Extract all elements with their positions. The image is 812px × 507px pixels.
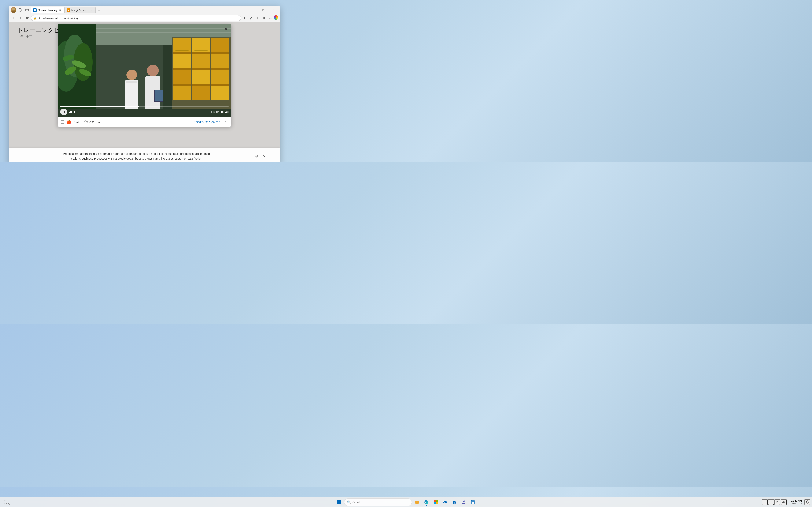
svg-point-9 xyxy=(270,18,271,18)
lock-icon: 🔒 xyxy=(33,17,36,20)
address-bar: 🔒 https://www.contoso.com/training xyxy=(9,14,280,22)
page-content: トレーニングビデオ 二千二十三 ✕ xyxy=(9,22,280,162)
extension-btn-2[interactable] xyxy=(24,7,30,13)
tab-margie-close[interactable]: ✕ xyxy=(90,8,93,12)
minimize-button[interactable]: − xyxy=(248,7,258,13)
svg-rect-32 xyxy=(211,54,229,68)
tab-actions-btn[interactable] xyxy=(255,15,260,21)
svg-text:C: C xyxy=(20,9,21,11)
svg-point-41 xyxy=(126,69,137,80)
title-bar: C C Contoso Training ✕ M xyxy=(9,6,280,14)
svg-rect-43 xyxy=(126,81,137,83)
extension-btn-1[interactable]: C xyxy=(17,7,23,13)
avatar[interactable] xyxy=(11,7,16,13)
read-aloud-btn[interactable] xyxy=(242,15,248,21)
url-text: https://www.contoso.com/training xyxy=(38,16,239,20)
play-pause-button[interactable] xyxy=(60,109,67,115)
video-container: 03:12 | 06:40 🍎 ベストプラクティス ビデオをダウンロード ✕ xyxy=(58,24,231,126)
browser-actions xyxy=(242,15,278,21)
edge-logo xyxy=(273,15,278,20)
video-frame[interactable]: 03:12 | 06:40 xyxy=(58,24,231,117)
svg-rect-36 xyxy=(173,86,191,100)
svg-rect-30 xyxy=(173,54,191,68)
svg-point-1 xyxy=(11,11,16,13)
svg-rect-34 xyxy=(192,69,210,84)
svg-rect-35 xyxy=(211,69,229,84)
maximize-button[interactable]: □ xyxy=(258,7,268,13)
notification-checkbox[interactable] xyxy=(61,120,64,124)
url-bar[interactable]: 🔒 https://www.contoso.com/training xyxy=(31,15,241,21)
notification-text: ベストプラクティス xyxy=(73,120,191,124)
svg-point-0 xyxy=(12,8,15,10)
svg-rect-33 xyxy=(173,69,191,84)
description-text: Process management is a systematic appro… xyxy=(21,152,252,161)
margie-favicon: M xyxy=(67,8,70,12)
description-panel: Process management is a systematic appro… xyxy=(9,148,280,162)
svg-rect-29 xyxy=(211,38,229,53)
svg-rect-48 xyxy=(155,90,163,101)
contoso-favicon: C xyxy=(33,8,37,12)
tabs-bar: C Contoso Training ✕ M Margie's Travel ✕… xyxy=(31,7,247,13)
svg-rect-7 xyxy=(257,17,258,18)
controls-row: 03:12 | 06:40 xyxy=(60,109,229,115)
notification-icon: 🍎 xyxy=(66,119,71,124)
volume-indicator xyxy=(69,111,74,113)
back-button[interactable] xyxy=(11,15,16,21)
tab-contoso-label: Contoso Training xyxy=(38,9,57,12)
video-modal: ✕ xyxy=(58,24,231,126)
window-controls: − □ ✕ xyxy=(248,7,278,13)
svg-rect-31 xyxy=(192,54,210,68)
new-tab-button[interactable]: + xyxy=(96,7,102,13)
notification-bar: 🍎 ベストプラクティス ビデオをダウンロード ✕ xyxy=(58,117,231,126)
svg-rect-4 xyxy=(26,9,29,11)
more-btn[interactable] xyxy=(267,15,273,21)
svg-point-10 xyxy=(271,18,271,18)
browser-window: C C Contoso Training ✕ M xyxy=(9,6,280,162)
favorites-btn[interactable] xyxy=(248,15,254,21)
time-display: 03:12 | 06:40 xyxy=(211,110,229,114)
panel-settings-button[interactable]: ⚙ xyxy=(254,153,260,159)
download-button[interactable]: ビデオをダウンロード xyxy=(194,120,221,124)
video-controls: 03:12 | 06:40 xyxy=(58,104,231,117)
svg-rect-50 xyxy=(63,111,63,113)
notification-close-button[interactable]: ✕ xyxy=(223,119,228,124)
tab-margie[interactable]: M Margie's Travel ✕ xyxy=(64,7,96,13)
svg-point-8 xyxy=(269,18,270,18)
refresh-button[interactable] xyxy=(24,15,30,21)
tab-contoso-close[interactable]: ✕ xyxy=(58,8,62,12)
tab-margie-label: Margie's Travel xyxy=(71,9,89,12)
svg-rect-51 xyxy=(64,111,65,113)
svg-point-44 xyxy=(147,65,159,76)
modal-close-button[interactable]: ✕ xyxy=(223,26,230,33)
close-button[interactable]: ✕ xyxy=(268,7,278,13)
extensions-btn[interactable] xyxy=(261,15,267,21)
forward-button[interactable] xyxy=(17,15,23,21)
svg-rect-37 xyxy=(192,86,210,100)
tab-contoso[interactable]: C Contoso Training ✕ xyxy=(31,7,64,13)
progress-bar[interactable] xyxy=(60,106,229,107)
svg-rect-38 xyxy=(211,86,229,100)
progress-fill xyxy=(60,106,139,107)
modal-overlay: ✕ xyxy=(9,22,280,162)
panel-close-button[interactable]: ✕ xyxy=(261,153,267,159)
